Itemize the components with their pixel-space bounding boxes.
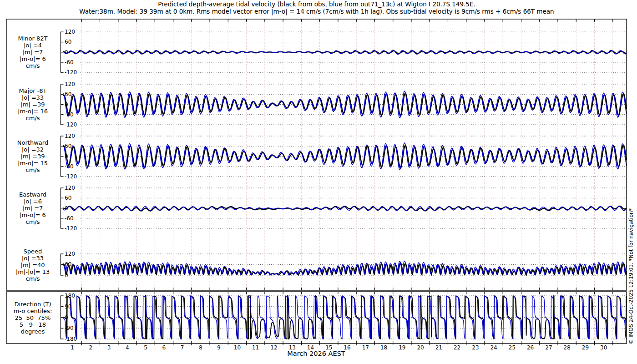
- x-day-label: 30: [598, 344, 610, 351]
- x-day-label: 26: [525, 344, 536, 351]
- y-tick-label: -60: [65, 163, 74, 170]
- x-day-label: 3: [103, 344, 115, 351]
- y-tick-label: -120: [65, 173, 77, 180]
- panel-label-line: cm/s: [6, 115, 59, 121]
- y-tick-label: -60: [65, 215, 74, 222]
- panel-label-line: cm/s: [6, 218, 59, 225]
- x-day-label: 4: [121, 344, 133, 351]
- x-day-label: 29: [579, 344, 591, 351]
- y-tick-label: -60: [65, 59, 74, 66]
- panel-label-line: Eastward: [6, 191, 59, 198]
- panel-label-line: Major -8T: [6, 87, 59, 94]
- panel-label-northward: Northward|o| =32|m| =39|m-o|= 15cm/s: [6, 139, 59, 173]
- panel-label-line: |m-o|= 15: [6, 160, 59, 167]
- y-tick-label: 0: [65, 49, 68, 56]
- series-model-direction: [63, 296, 627, 339]
- tidal-velocity-figure: Predicted depth-average tidal velocity (…: [0, 0, 637, 364]
- panel-label-line: cm/s: [6, 62, 59, 69]
- y-tick-label: -60: [65, 111, 74, 118]
- gridlines: [80, 20, 626, 343]
- panel-label-line: |m| =40: [6, 262, 59, 268]
- y-tick-label: 120: [65, 251, 75, 257]
- y-tick-label: 0: [65, 205, 68, 212]
- y-tick-label: -180: [65, 336, 77, 342]
- panel-label-line: Direction (T): [6, 301, 59, 308]
- panel-label-line: |o| =32: [6, 146, 59, 153]
- panel-label-line: Speed: [6, 248, 59, 255]
- y-tick-label: 60: [65, 143, 71, 149]
- y-tick-label: -90: [65, 325, 74, 331]
- panel-label-line: 25 50 75%: [6, 314, 59, 321]
- panel-label-line: cm/s: [6, 167, 59, 173]
- y-tick-label: 0: [65, 272, 68, 278]
- x-day-label: 27: [543, 344, 555, 351]
- panel-label-major: Major -8T|o| =33|m| =39|m-o|= 16cm/s: [6, 87, 59, 121]
- y-tick-label: 60: [65, 91, 71, 97]
- y-tick-label: 0: [65, 314, 68, 321]
- x-day-label: 1: [66, 344, 78, 351]
- x-day-label: 2: [85, 344, 96, 351]
- x-day-label: 5: [140, 344, 152, 351]
- panel-label-minor: Minor 82T|o| =4|m| =7|m-o|= 6cm/s: [6, 35, 59, 69]
- panel-label-speed: Speed|o| =33|m| =40|m|-|o|= 13cm/s: [6, 248, 59, 282]
- series-model-eastward: [63, 206, 627, 211]
- panel-label-line: Minor 82T: [6, 35, 59, 42]
- panel-label-line: Northward: [6, 139, 59, 146]
- panel-label-line: |m-o|= 6: [6, 212, 59, 218]
- panel-label-line: cm/s: [6, 275, 59, 282]
- y-tick-label: -120: [65, 225, 77, 232]
- panel-label-line: |m-o|= 16: [6, 108, 59, 115]
- panel-label-line: |m| =7: [6, 49, 59, 56]
- panel-label-line: |o| =6: [6, 198, 59, 205]
- x-day-label: 25: [506, 344, 518, 351]
- panel-label-line: degrees: [6, 328, 59, 335]
- panel-label-eastward: Eastward|o| =6|m| =7|m-o|= 6cm/s: [6, 191, 59, 225]
- y-tick-label: 0: [65, 153, 68, 160]
- y-tick-label: 60: [65, 195, 71, 201]
- panel-label-line: |m-o|= 6: [6, 56, 59, 62]
- y-tick-label: 0: [65, 101, 68, 108]
- panel-label-direction: Direction (T)m-o centiles:25 50 75%5 9 1…: [6, 301, 59, 335]
- panel-label-line: 5 9 18: [6, 321, 59, 328]
- y-tick-label: 90: [65, 303, 71, 310]
- y-tick-label: 120: [65, 185, 75, 191]
- y-tick-label: -120: [65, 69, 77, 76]
- plot-canvas: [0, 0, 637, 364]
- y-tick-label: 120: [65, 133, 75, 139]
- panel-label-line: |o| =4: [6, 42, 59, 49]
- y-tick-label: -120: [65, 121, 77, 128]
- series-obs-northward: [63, 145, 627, 168]
- y-tick-label: 60: [65, 261, 71, 268]
- panel-label-line: |o| =33: [6, 94, 59, 101]
- panel-label-line: |m| =39: [6, 153, 59, 160]
- y-tick-label: 180: [65, 293, 75, 299]
- panel-label-line: m-o centiles:: [6, 308, 59, 314]
- x-axis-title: March 2026 AEST: [157, 350, 475, 357]
- panel-label-line: |o| =33: [6, 255, 59, 262]
- x-day-label: 24: [488, 344, 500, 351]
- panel-label-line: |m| =39: [6, 101, 59, 108]
- y-tick-label: 120: [65, 81, 75, 87]
- x-day-label: 28: [561, 344, 573, 351]
- panel-label-line: |m|-|o|= 13: [6, 268, 59, 275]
- panel-label-line: |m| =7: [6, 205, 59, 212]
- watermark-text: © IMOS 24-Oct-2025 12:19:01. *Not for na…: [628, 176, 634, 344]
- y-tick-label: 120: [65, 29, 75, 35]
- y-tick-label: 60: [65, 39, 71, 45]
